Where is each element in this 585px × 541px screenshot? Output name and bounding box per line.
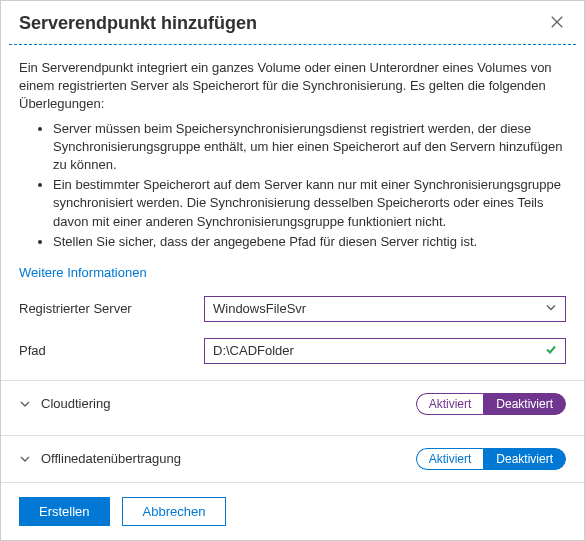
panel-title: Serverendpunkt hinzufügen xyxy=(19,13,257,34)
cloud-tiering-enabled-option[interactable]: Aktiviert xyxy=(416,393,484,415)
chevron-down-icon xyxy=(545,301,557,316)
path-row: Pfad D:\CADFolder xyxy=(19,338,566,364)
more-info-link[interactable]: Weitere Informationen xyxy=(19,265,147,280)
registered-server-select[interactable]: WindowsFileSvr xyxy=(204,296,566,322)
create-button[interactable]: Erstellen xyxy=(19,497,110,526)
panel-body: Ein Serverendpunkt integriert ein ganzes… xyxy=(1,45,584,482)
registered-server-value: WindowsFileSvr xyxy=(213,301,306,316)
close-icon xyxy=(550,15,564,32)
path-value: D:\CADFolder xyxy=(213,343,294,358)
offline-transfer-section[interactable]: Offlinedatenübertragung Aktiviert Deakti… xyxy=(19,436,566,482)
close-button[interactable] xyxy=(548,15,566,33)
list-item: Stellen Sie sicher, dass der angegebene … xyxy=(53,233,566,251)
panel-footer: Erstellen Abbrechen xyxy=(1,482,584,540)
list-item: Server müssen beim Speichersynchronisier… xyxy=(53,120,566,175)
offline-transfer-toggle[interactable]: Aktiviert Deaktiviert xyxy=(416,448,566,470)
cancel-button[interactable]: Abbrechen xyxy=(122,497,227,526)
intro-text: Ein Serverendpunkt integriert ein ganzes… xyxy=(19,59,566,114)
chevron-down-icon xyxy=(19,398,31,410)
cloud-tiering-section[interactable]: Cloudtiering Aktiviert Deaktiviert xyxy=(19,381,566,427)
path-label: Pfad xyxy=(19,343,204,358)
considerations-list: Server müssen beim Speichersynchronisier… xyxy=(19,120,566,251)
cloud-tiering-header: Cloudtiering xyxy=(19,396,110,411)
offline-transfer-header: Offlinedatenübertragung xyxy=(19,451,181,466)
add-server-endpoint-panel: Serverendpunkt hinzufügen Ein Serverendp… xyxy=(0,0,585,541)
cloud-tiering-title: Cloudtiering xyxy=(41,396,110,411)
path-input[interactable]: D:\CADFolder xyxy=(204,338,566,364)
check-icon xyxy=(545,343,557,358)
registered-server-label: Registrierter Server xyxy=(19,301,204,316)
offline-transfer-title: Offlinedatenübertragung xyxy=(41,451,181,466)
offline-transfer-disabled-option[interactable]: Deaktiviert xyxy=(483,448,566,470)
registered-server-row: Registrierter Server WindowsFileSvr xyxy=(19,296,566,322)
cloud-tiering-toggle[interactable]: Aktiviert Deaktiviert xyxy=(416,393,566,415)
panel-header: Serverendpunkt hinzufügen xyxy=(1,1,584,44)
offline-transfer-enabled-option[interactable]: Aktiviert xyxy=(416,448,484,470)
cloud-tiering-disabled-option[interactable]: Deaktiviert xyxy=(483,393,566,415)
chevron-down-icon xyxy=(19,453,31,465)
list-item: Ein bestimmter Speicherort auf dem Serve… xyxy=(53,176,566,231)
